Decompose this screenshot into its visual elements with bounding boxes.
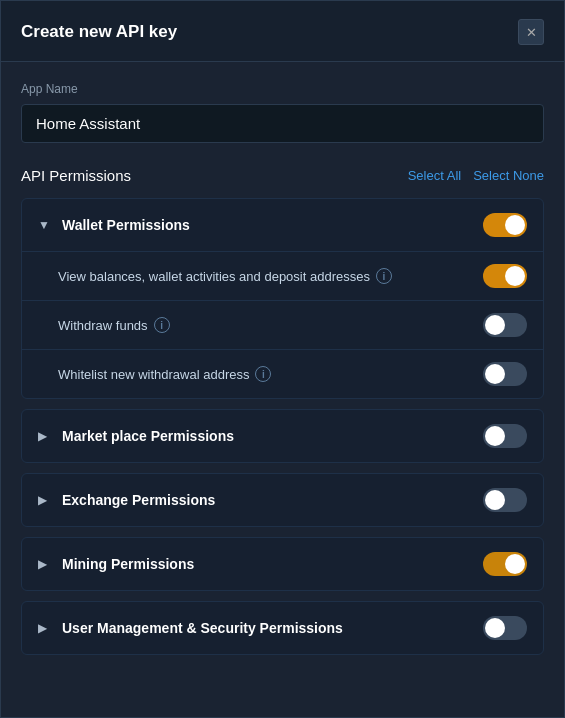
info-icon-wallet-1[interactable]: i [154, 317, 170, 333]
permissions-section-title: API Permissions [21, 167, 131, 184]
toggle-user-mgmt[interactable] [483, 616, 527, 640]
sub-toggle-wallet-0[interactable] [483, 264, 527, 288]
perm-group-name-exchange: Exchange Permissions [62, 492, 215, 508]
perm-group-title-row-user-mgmt: ▶ User Management & Security Permissions [38, 620, 343, 636]
toggle-knob-marketplace [485, 426, 505, 446]
perm-sub-label-wallet-1: Withdraw fundsi [58, 317, 170, 333]
modal-title: Create new API key [21, 22, 177, 42]
sub-toggle-knob-wallet-2 [485, 364, 505, 384]
chevron-icon-exchange: ▶ [38, 493, 52, 507]
sub-toggle-wallet-1[interactable] [483, 313, 527, 337]
close-button[interactable]: ✕ [518, 19, 544, 45]
chevron-icon-user-mgmt: ▶ [38, 621, 52, 635]
toggle-marketplace[interactable] [483, 424, 527, 448]
permissions-actions: Select All Select None [408, 168, 544, 183]
perm-group-header-exchange[interactable]: ▶ Exchange Permissions [22, 474, 543, 526]
perm-group-title-row-marketplace: ▶ Market place Permissions [38, 428, 234, 444]
sub-toggle-knob-wallet-0 [505, 266, 525, 286]
app-name-input[interactable] [21, 104, 544, 143]
perm-group-mining: ▶ Mining Permissions [21, 537, 544, 591]
perm-group-wallet: ▼ Wallet Permissions View balances, wall… [21, 198, 544, 399]
perm-group-header-marketplace[interactable]: ▶ Market place Permissions [22, 410, 543, 462]
perm-sub-item-wallet-1: Withdraw fundsi [22, 301, 543, 350]
perm-group-header-mining[interactable]: ▶ Mining Permissions [22, 538, 543, 590]
toggle-knob-exchange [485, 490, 505, 510]
perm-group-title-row-exchange: ▶ Exchange Permissions [38, 492, 215, 508]
toggle-knob-wallet [505, 215, 525, 235]
app-name-label: App Name [21, 82, 544, 96]
chevron-icon-marketplace: ▶ [38, 429, 52, 443]
perm-group-name-marketplace: Market place Permissions [62, 428, 234, 444]
sub-toggle-wallet-2[interactable] [483, 362, 527, 386]
perm-group-name-wallet: Wallet Permissions [62, 217, 190, 233]
chevron-icon-wallet: ▼ [38, 218, 52, 232]
permissions-header: API Permissions Select All Select None [21, 167, 544, 184]
perm-group-header-wallet[interactable]: ▼ Wallet Permissions [22, 199, 543, 251]
create-api-key-modal: Create new API key ✕ App Name API Permis… [0, 0, 565, 718]
perm-sub-item-wallet-0: View balances, wallet activities and dep… [22, 252, 543, 301]
perm-group-header-user-mgmt[interactable]: ▶ User Management & Security Permissions [22, 602, 543, 654]
modal-body: App Name API Permissions Select All Sele… [1, 62, 564, 685]
perm-group-user-mgmt: ▶ User Management & Security Permissions [21, 601, 544, 655]
toggle-wallet[interactable] [483, 213, 527, 237]
sub-toggle-knob-wallet-1 [485, 315, 505, 335]
perm-group-name-mining: Mining Permissions [62, 556, 194, 572]
chevron-icon-mining: ▶ [38, 557, 52, 571]
select-none-link[interactable]: Select None [473, 168, 544, 183]
perm-sub-label-wallet-0: View balances, wallet activities and dep… [58, 268, 392, 284]
perm-sub-label-wallet-2: Whitelist new withdrawal addressi [58, 366, 271, 382]
info-icon-wallet-0[interactable]: i [376, 268, 392, 284]
perm-group-marketplace: ▶ Market place Permissions [21, 409, 544, 463]
info-icon-wallet-2[interactable]: i [255, 366, 271, 382]
perm-group-title-row-mining: ▶ Mining Permissions [38, 556, 194, 572]
toggle-knob-user-mgmt [485, 618, 505, 638]
permissions-groups: ▼ Wallet Permissions View balances, wall… [21, 198, 544, 655]
perm-group-exchange: ▶ Exchange Permissions [21, 473, 544, 527]
perm-sub-items-wallet: View balances, wallet activities and dep… [22, 251, 543, 398]
perm-group-name-user-mgmt: User Management & Security Permissions [62, 620, 343, 636]
toggle-knob-mining [505, 554, 525, 574]
modal-header: Create new API key ✕ [1, 1, 564, 62]
app-name-field: App Name [21, 82, 544, 143]
select-all-link[interactable]: Select All [408, 168, 461, 183]
perm-sub-item-wallet-2: Whitelist new withdrawal addressi [22, 350, 543, 398]
toggle-mining[interactable] [483, 552, 527, 576]
toggle-exchange[interactable] [483, 488, 527, 512]
perm-group-title-row-wallet: ▼ Wallet Permissions [38, 217, 190, 233]
